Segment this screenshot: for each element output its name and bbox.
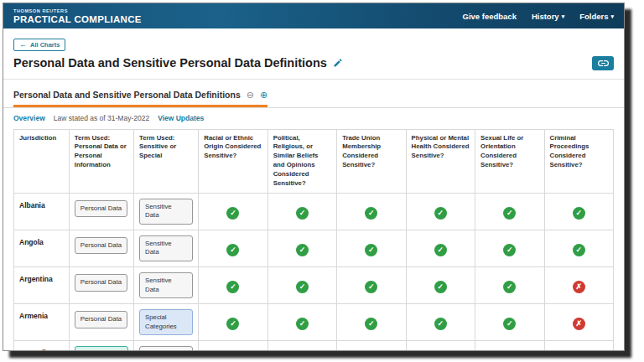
check-circle-icon: ✓	[434, 318, 447, 330]
term-sensitive-cell: Sensitive Data	[134, 230, 199, 266]
main-content: ← All Charts Personal Data and Sensitive…	[3, 28, 624, 351]
status-cell: ✓	[337, 341, 406, 351]
status-cell: ✓	[267, 304, 336, 341]
column-header-jurisdiction: Jurisdiction	[14, 129, 70, 193]
chart-tab[interactable]: Personal Data and Sensitive Personal Dat…	[13, 90, 267, 107]
term-chip[interactable]: Personal Data	[75, 237, 127, 255]
chevron-down-icon: ▾	[562, 13, 565, 20]
term-chip[interactable]: Sensitive Data	[139, 199, 193, 225]
check-circle-icon: ✓	[434, 281, 447, 293]
column-header-trade-union: Trade Union Membership Considered Sensit…	[337, 129, 406, 193]
term-chip[interactable]: Special Categories	[139, 309, 193, 335]
status-cell: ✓	[475, 304, 544, 341]
column-header-racial-ethnic: Racial or Ethnic Origin Considered Sensi…	[199, 129, 267, 193]
term-chip[interactable]: Sensitive Information	[139, 346, 193, 351]
check-circle-icon: ✓	[573, 244, 585, 256]
status-cell: ✓	[199, 304, 267, 341]
brand-practical-compliance: PRACTICAL COMPLIANCE	[13, 14, 142, 24]
term-sensitive-cell: Special Categories	[134, 304, 199, 341]
cross-circle-icon: ✗	[573, 281, 585, 293]
collapse-circle-minus-icon[interactable]: ⊖	[247, 90, 254, 101]
folders-menu[interactable]: Folders▾	[579, 12, 614, 21]
table-row-albania: Albania Personal Data Sensitive Data ✓ ✓…	[14, 193, 614, 230]
title-row: Personal Data and Sensitive Personal Dat…	[13, 56, 614, 70]
status-cell: ✓	[475, 341, 544, 351]
app-window: THOMSON REUTERS PRACTICAL COMPLIANCE Giv…	[3, 3, 625, 351]
term-chip[interactable]: Personal Data	[75, 200, 127, 218]
brand-thomson-reuters: THOMSON REUTERS	[13, 8, 142, 13]
check-circle-icon: ✓	[226, 244, 239, 256]
status-cell: ✗	[544, 267, 613, 304]
check-circle-icon: ✓	[226, 207, 239, 220]
status-cell: ✓	[337, 267, 406, 304]
term-chip[interactable]: Personal Data	[75, 274, 127, 292]
table-row-argentina: Argentina Personal Data Sensitive Data ✓…	[14, 267, 614, 304]
check-circle-icon: ✓	[365, 318, 377, 330]
status-cell: ✓	[337, 193, 406, 230]
give-feedback-link[interactable]: Give feedback	[463, 12, 517, 21]
page-title-text: Personal Data and Sensitive Personal Dat…	[13, 56, 327, 70]
jurisdiction-cell: Argentina	[14, 267, 70, 304]
top-navigation-bar: THOMSON REUTERS PRACTICAL COMPLIANCE Giv…	[3, 3, 624, 28]
check-circle-icon: ✓	[296, 244, 309, 256]
history-label: History	[532, 12, 559, 21]
check-circle-icon: ✓	[503, 318, 516, 330]
check-circle-icon: ✓	[434, 207, 447, 220]
term-chip[interactable]: Personal Information	[75, 346, 128, 351]
brand-logo: THOMSON REUTERS PRACTICAL COMPLIANCE	[13, 8, 142, 24]
check-circle-icon: ✓	[296, 207, 309, 220]
term-sensitive-cell: Sensitive Data	[134, 267, 199, 304]
status-cell: ✗	[544, 304, 613, 341]
overview-link[interactable]: Overview	[13, 114, 45, 122]
status-cell: ✓	[199, 267, 267, 304]
status-cell: ✓	[544, 230, 613, 266]
table-header: Jurisdiction Term Used: Personal Data or…	[14, 129, 614, 193]
term-personal-cell: Personal Data	[69, 230, 133, 266]
copy-link-button[interactable]	[592, 56, 614, 70]
status-cell: ✓	[406, 304, 475, 341]
jurisdiction-cell: Australia	[14, 341, 70, 351]
term-personal-cell: Personal Data	[69, 193, 133, 230]
add-circle-plus-icon[interactable]: ⊕	[260, 90, 267, 101]
status-cell: ✓	[475, 230, 544, 266]
status-cell: ✓	[199, 193, 267, 230]
column-header-political-religious: Political, Religious, or Similar Beliefs…	[267, 129, 336, 193]
status-cell: ✓	[475, 267, 544, 304]
status-cell: ✓	[337, 230, 406, 266]
column-header-criminal: Criminal Proceedings Considered Sensitiv…	[544, 129, 613, 193]
term-chip[interactable]: Sensitive Data	[139, 272, 193, 298]
check-circle-icon: ✓	[503, 207, 516, 220]
all-charts-back-button[interactable]: ← All Charts	[13, 39, 65, 51]
status-cell: ✓	[406, 267, 475, 304]
back-arrow-icon: ←	[19, 41, 27, 49]
jurisdiction-comparison-table: Jurisdiction Term Used: Personal Data or…	[13, 129, 614, 352]
column-header-sexual-life: Sexual Life or Orientation Considered Se…	[475, 129, 544, 193]
jurisdiction-cell: Albania	[14, 193, 70, 230]
status-cell: ✓	[544, 193, 613, 230]
chart-tab-strip: Personal Data and Sensitive Personal Dat…	[3, 80, 624, 108]
status-cell: ✓	[199, 341, 267, 351]
check-circle-icon: ✓	[503, 281, 516, 293]
jurisdiction-cell: Angola	[14, 230, 70, 266]
column-header-term-personal: Term Used: Personal Data or Personal Inf…	[69, 129, 133, 193]
check-circle-icon: ✓	[365, 244, 377, 256]
status-cell: ✓	[406, 341, 475, 351]
history-menu[interactable]: History▾	[532, 12, 564, 21]
term-chip[interactable]: Sensitive Data	[139, 235, 193, 261]
term-sensitive-cell: Sensitive Information	[134, 341, 199, 351]
check-circle-icon: ✓	[503, 244, 516, 256]
check-circle-icon: ✓	[573, 207, 585, 220]
status-cell: ✓	[267, 230, 336, 266]
link-icon	[598, 57, 609, 70]
check-circle-icon: ✓	[226, 281, 239, 293]
status-cell: ✓	[199, 230, 267, 266]
status-cell: ✓	[267, 267, 336, 304]
term-personal-cell: Personal Information	[69, 341, 133, 351]
view-updates-link[interactable]: View Updates	[158, 114, 204, 122]
status-cell: ✓	[406, 230, 475, 266]
page-title: Personal Data and Sensitive Personal Dat…	[13, 56, 343, 70]
column-header-health: Physical or Mental Health Considered Sen…	[406, 129, 475, 193]
edit-pencil-icon[interactable]	[333, 58, 343, 68]
term-personal-cell: Personal Data	[69, 267, 133, 304]
term-chip[interactable]: Personal Data	[75, 311, 127, 328]
